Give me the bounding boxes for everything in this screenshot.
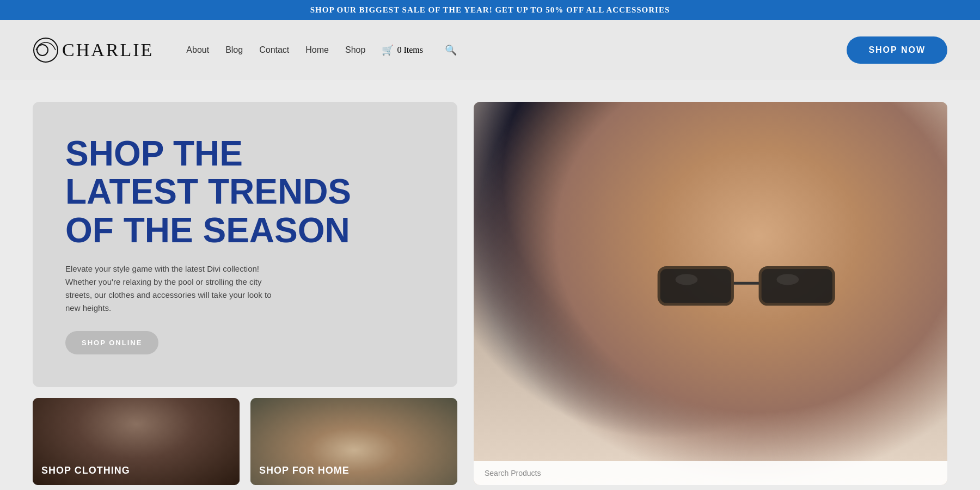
right-section: Search Products — [474, 102, 947, 485]
shop-online-button[interactable]: SHOP ONLINE — [65, 331, 158, 354]
model-image-container: Search Products — [474, 102, 947, 485]
home-card-label: SHOP FOR HOME — [259, 465, 350, 476]
site-logo[interactable]: CHARLIE — [33, 37, 154, 63]
svg-rect-2 — [659, 267, 732, 304]
hero-card: SHOP THE LATEST TRENDS OF THE SEASON Ele… — [33, 102, 457, 387]
svg-point-1 — [37, 45, 48, 56]
nav-contact[interactable]: Contact — [259, 45, 289, 55]
main-nav: About Blog Contact Home Shop 🛒 0 Items 🔍 — [186, 44, 947, 56]
model-image: Search Products — [474, 102, 947, 485]
nav-about[interactable]: About — [186, 45, 209, 55]
svg-point-7 — [776, 274, 799, 285]
main-content: SHOP THE LATEST TRENDS OF THE SEASON Ele… — [0, 80, 980, 490]
cart-count: 0 Items — [397, 45, 423, 55]
hero-subtext: Elevate your style game with the latest … — [65, 262, 283, 315]
svg-point-6 — [675, 274, 697, 285]
nav-home[interactable]: Home — [305, 45, 329, 55]
nav-shop[interactable]: Shop — [345, 45, 365, 55]
nav-blog[interactable]: Blog — [225, 45, 243, 55]
search-placeholder: Search Products — [485, 469, 541, 477]
search-icon[interactable]: 🔍 — [445, 44, 457, 56]
shop-now-button[interactable]: SHOP NOW — [847, 36, 947, 64]
hero-heading-line1: SHOP THE — [65, 134, 425, 173]
promo-text: SHOP OUR BIGGEST SALE OF THE YEAR! GET U… — [310, 5, 670, 14]
svg-rect-3 — [760, 267, 834, 304]
left-section: SHOP THE LATEST TRENDS OF THE SEASON Ele… — [33, 102, 457, 485]
sunglasses-overlay — [640, 263, 853, 309]
cart-icon: 🛒 — [382, 44, 394, 56]
clothing-card-label: SHOP CLOTHING — [41, 465, 130, 476]
category-card-clothing[interactable]: SHOP CLOTHING — [33, 398, 240, 485]
logo-icon — [33, 37, 59, 63]
category-card-home[interactable]: SHOP FOR HOME — [250, 398, 457, 485]
hero-heading: SHOP THE LATEST TRENDS OF THE SEASON — [65, 134, 425, 249]
search-products-bar[interactable]: Search Products — [474, 461, 947, 485]
category-cards-row: SHOP CLOTHING SHOP FOR HOME — [33, 398, 457, 485]
promo-banner: SHOP OUR BIGGEST SALE OF THE YEAR! GET U… — [0, 0, 980, 20]
hero-heading-line2: LATEST TRENDS — [65, 173, 425, 211]
logo-text: CHARLIE — [62, 40, 154, 60]
hero-heading-line3: OF THE SEASON — [65, 211, 425, 249]
site-header: CHARLIE About Blog Contact Home Shop 🛒 0… — [0, 20, 980, 80]
cart-link[interactable]: 🛒 0 Items — [382, 44, 423, 56]
